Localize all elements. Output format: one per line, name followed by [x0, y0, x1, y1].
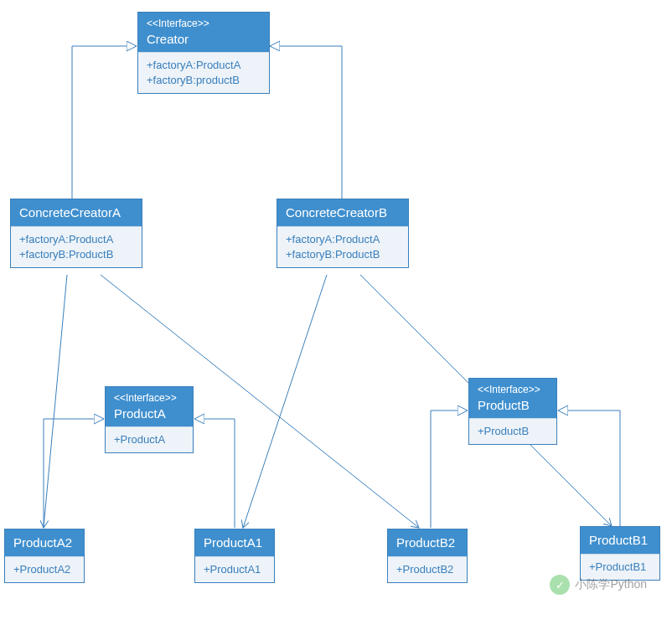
uml-members: +ProductB	[469, 418, 556, 444]
uml-product-b-interface: <<Interface>> ProductB +ProductB	[468, 378, 557, 445]
uml-header: <<Interface>> ProductA	[106, 387, 193, 426]
uml-header: <<Interface>> Creator	[138, 13, 269, 52]
watermark-text: 小陈学Python	[575, 577, 647, 592]
uml-members: +ProductA	[106, 426, 193, 452]
member: +factoryB:productB	[147, 73, 261, 88]
member: +ProductA	[114, 432, 184, 447]
uml-header: ConcreteCreatorA	[11, 199, 142, 226]
uml-creator-interface: <<Interface>> Creator +factoryA:ProductA…	[137, 12, 270, 94]
uml-members: +ProductA1	[195, 556, 274, 582]
member: +ProductB2	[396, 562, 458, 577]
class-title: ProductA2	[13, 534, 75, 551]
member: +factoryA:ProductA	[147, 58, 261, 73]
uml-members: +ProductB2	[388, 556, 467, 582]
member: +factoryB:ProductB	[286, 247, 400, 262]
wechat-icon: ✓	[550, 575, 570, 595]
uml-header: ProductA2	[5, 529, 84, 556]
class-title: ProductB2	[396, 534, 458, 551]
uml-product-a1: ProductA1 +ProductA1	[194, 529, 275, 583]
uml-concrete-creator-a: ConcreteCreatorA +factoryA:ProductA +fac…	[10, 199, 142, 268]
uml-product-b1: ProductB1 +ProductB1	[580, 526, 660, 581]
member: +factoryB:ProductB	[19, 247, 133, 262]
class-title: ConcreteCreatorA	[19, 204, 133, 221]
uml-header: ProductB1	[581, 527, 659, 554]
member: +ProductB1	[589, 560, 651, 575]
member: +factoryA:ProductA	[19, 232, 133, 247]
member: +ProductB	[478, 424, 548, 439]
member: +ProductA1	[204, 562, 266, 577]
stereotype-label: <<Interface>>	[147, 18, 261, 31]
uml-product-a-interface: <<Interface>> ProductA +ProductA	[105, 386, 194, 453]
watermark: ✓ 小陈学Python	[550, 575, 647, 595]
uml-header: ProductA1	[195, 529, 274, 556]
uml-concrete-creator-b: ConcreteCreatorB +factoryA:ProductA +fac…	[277, 199, 409, 268]
member: +factoryA:ProductA	[286, 232, 400, 247]
stereotype-label: <<Interface>>	[114, 392, 184, 405]
uml-product-a2: ProductA2 +ProductA2	[4, 529, 85, 583]
class-title: ProductA	[114, 405, 184, 422]
uml-members: +ProductA2	[5, 556, 84, 582]
uml-header: <<Interface>> ProductB	[469, 379, 556, 418]
uml-product-b2: ProductB2 +ProductB2	[387, 529, 468, 583]
uml-header: ProductB2	[388, 529, 467, 556]
uml-members: +factoryA:ProductA +factoryB:ProductB	[11, 226, 142, 267]
stereotype-label: <<Interface>>	[478, 384, 548, 397]
class-title: ProductA1	[204, 534, 266, 551]
class-title: ProductB	[478, 397, 548, 414]
uml-header: ConcreteCreatorB	[277, 199, 408, 226]
class-title: ProductB1	[589, 532, 651, 549]
member: +ProductA2	[13, 562, 75, 577]
class-title: ConcreteCreatorB	[286, 204, 400, 221]
uml-members: +factoryA:ProductA +factoryB:ProductB	[277, 226, 408, 267]
uml-members: +factoryA:ProductA +factoryB:productB	[138, 52, 269, 93]
class-title: Creator	[147, 31, 261, 48]
